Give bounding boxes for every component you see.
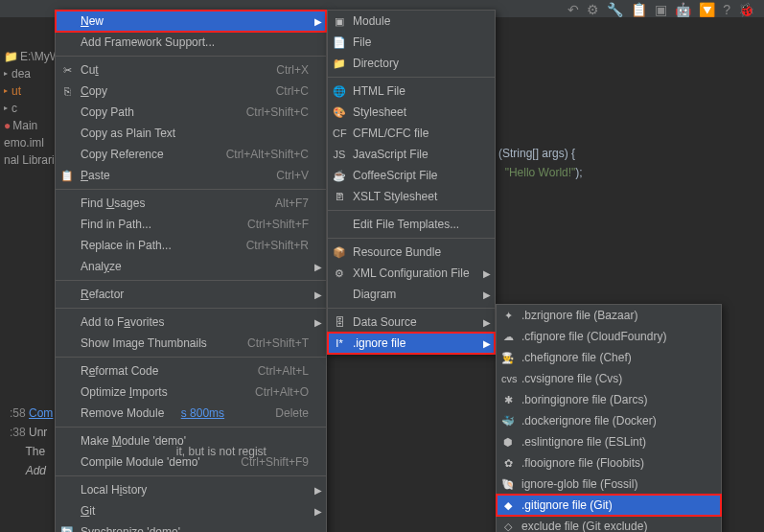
new-submenu-item[interactable]: CFCFML/CFC file: [328, 123, 495, 144]
new-submenu-item[interactable]: ☕CoffeeScript File: [328, 165, 495, 186]
menu-item-icon: ☕: [333, 170, 346, 182]
menu-item-icon: 🎨: [333, 106, 346, 119]
menu-separator: [56, 308, 326, 309]
toolbar-icon[interactable]: ⚙: [587, 2, 599, 17]
new-submenu-item[interactable]: 📁Directory: [328, 53, 495, 74]
tree-src[interactable]: c: [4, 100, 58, 117]
submenu-arrow-icon: ▶: [314, 317, 322, 328]
menu-item-label: Copy Path: [81, 105, 223, 119]
new-submenu-item[interactable]: 📄File: [328, 32, 495, 53]
menu-item-icon: ⚙: [333, 267, 346, 280]
new-submenu-item[interactable]: Diagram▶: [328, 284, 495, 305]
toolbar-icon[interactable]: 🐞: [738, 2, 754, 17]
new-submenu-item[interactable]: 📦Resource Bundle: [328, 242, 495, 263]
menu-item-label: XSLT Stylesheet: [353, 190, 477, 203]
new-submenu-item[interactable]: Edit File Templates...: [328, 214, 495, 235]
ignore-submenu-item[interactable]: cvs.cvsignore file (Cvs): [497, 368, 721, 389]
menu-separator: [328, 238, 495, 239]
context-menu-item[interactable]: Copy PathCtrl+Shift+C: [56, 102, 326, 123]
toolbar-icon[interactable]: 🔽: [699, 2, 715, 17]
toolbar-right: ↶⚙🔧📋▣🤖🔽?🐞: [567, 2, 754, 17]
menu-item-label: Edit File Templates...: [353, 218, 477, 231]
new-submenu-item[interactable]: 🎨Stylesheet: [328, 102, 495, 123]
toolbar-icon[interactable]: ?: [723, 2, 730, 17]
menu-item-label: .ignore file: [353, 336, 477, 350]
time-link[interactable]: s 800ms: [181, 406, 224, 420]
menu-item-icon: 📦: [333, 246, 346, 259]
ignore-submenu-item[interactable]: 👨‍🍳.chefignore file (Chef): [497, 347, 721, 368]
menu-item-label: Add Framework Support...: [81, 35, 309, 49]
project-tree[interactable]: 📁 E:\MyW dea ut c ● Main emo.iml nal Lib…: [0, 48, 58, 169]
toolbar-icon[interactable]: 🤖: [675, 2, 691, 17]
menu-item-label: .cvsignore file (Cvs): [521, 372, 704, 385]
editor-code[interactable]: (String[] args) { "Hello World!");: [498, 144, 583, 182]
menu-item-label: Copy Reference: [81, 148, 203, 161]
tree-idea[interactable]: dea: [4, 65, 58, 82]
new-submenu-item[interactable]: 🖹XSLT Stylesheet: [328, 186, 495, 207]
context-menu-item[interactable]: Copy as Plain Text: [56, 123, 326, 144]
menu-item-icon: cvs: [501, 373, 515, 384]
context-menu-item[interactable]: ✂CutCtrl+X: [56, 59, 326, 81]
context-menu-item[interactable]: Show Image ThumbnailsCtrl+Shift+T: [56, 333, 326, 354]
context-menu-item[interactable]: Reformat CodeCtrl+Alt+L: [56, 360, 326, 382]
context-menu-item[interactable]: Replace in Path...Ctrl+Shift+R: [56, 235, 326, 256]
menu-item-icon: ⎘: [60, 85, 74, 97]
menu-shortcut: Ctrl+C: [276, 84, 309, 98]
tree-main[interactable]: ● Main: [4, 117, 58, 134]
menu-item-label: HTML File: [353, 84, 477, 98]
new-submenu-item[interactable]: ⚙XML Configuration File▶: [328, 263, 495, 284]
tree-iml[interactable]: emo.iml: [4, 134, 58, 151]
menu-item-icon: JS: [333, 149, 346, 160]
menu-shortcut: Ctrl+V: [276, 169, 309, 182]
toolbar-icon[interactable]: 📋: [631, 2, 647, 17]
tree-out[interactable]: ut: [4, 82, 58, 100]
menu-separator: [56, 189, 326, 190]
new-submenu-item[interactable]: JSJavaScript File: [328, 144, 495, 165]
ignore-submenu-item[interactable]: ✦.bzrignore file (Bazaar): [497, 305, 721, 326]
ignore-submenu-item[interactable]: ☁.cfignore file (CloudFoundry): [497, 326, 721, 347]
menu-item-label: Resource Bundle: [353, 245, 477, 259]
menu-item-label: Find in Path...: [81, 218, 224, 231]
tree-ext-lib[interactable]: nal Librari: [4, 151, 58, 169]
menu-separator: [328, 210, 495, 211]
menu-item-icon: ☁: [501, 331, 515, 343]
menu-shortcut: Ctrl+Alt+O: [255, 385, 309, 399]
context-menu-item[interactable]: Analyze▶: [56, 256, 326, 277]
menu-shortcut: Ctrl+Alt+L: [258, 364, 309, 378]
context-menu-item[interactable]: Find UsagesAlt+F7: [56, 193, 326, 214]
compile-link[interactable]: Com: [29, 406, 53, 420]
menu-item-icon: 🌐: [333, 85, 346, 98]
context-menu-item[interactable]: New▶: [56, 11, 326, 32]
new-submenu-item[interactable]: I*.ignore file▶: [328, 333, 495, 354]
context-menu-item[interactable]: Add Framework Support...: [56, 32, 326, 53]
menu-separator: [328, 77, 495, 78]
submenu-arrow-icon: ▶: [483, 338, 491, 349]
context-menu-item[interactable]: Add to Favorites▶: [56, 312, 326, 333]
menu-separator: [56, 357, 326, 358]
context-menu-item[interactable]: Find in Path...Ctrl+Shift+F: [56, 214, 326, 235]
menu-item-label: Optimize Imports: [81, 385, 232, 399]
menu-item-label: Copy: [81, 84, 253, 98]
menu-item-label: .cfignore file (CloudFoundry): [521, 330, 704, 343]
menu-item-label: New: [81, 14, 309, 28]
context-menu-item[interactable]: ⎘CopyCtrl+C: [56, 81, 326, 102]
menu-item-label: .bzrignore file (Bazaar): [521, 309, 704, 322]
menu-item-icon: ✦: [501, 310, 515, 322]
menu-item-icon: 🖹: [333, 191, 346, 202]
toolbar-icon[interactable]: 🔧: [607, 2, 623, 17]
context-menu-item[interactable]: 📋PasteCtrl+V: [56, 165, 326, 186]
context-menu-item[interactable]: Copy ReferenceCtrl+Alt+Shift+C: [56, 144, 326, 165]
new-submenu-item[interactable]: 🌐HTML File: [328, 81, 495, 102]
menu-item-icon: ✂: [60, 64, 74, 77]
toolbar-icon[interactable]: ▣: [655, 2, 667, 17]
menu-item-label: CFML/CFC file: [353, 127, 477, 140]
menu-item-label: Find Usages: [81, 197, 252, 210]
menu-shortcut: Ctrl+Shift+C: [246, 105, 309, 119]
menu-shortcut: Ctrl+Shift+T: [247, 336, 309, 350]
new-submenu[interactable]: ▣Module📄File📁Directory🌐HTML File🎨Stylesh…: [327, 10, 496, 355]
context-menu-item[interactable]: Refactor▶: [56, 284, 326, 305]
new-submenu-item[interactable]: 🗄Data Source▶: [328, 312, 495, 333]
tree-root[interactable]: 📁 E:\MyW: [4, 48, 58, 65]
toolbar-icon[interactable]: ↶: [567, 2, 579, 17]
new-submenu-item[interactable]: ▣Module: [328, 11, 495, 32]
